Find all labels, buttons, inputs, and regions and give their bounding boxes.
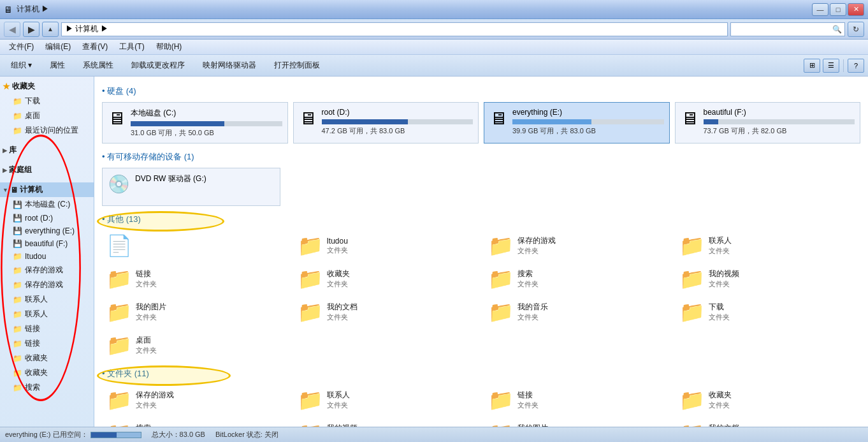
folder-text-v2: 我的视频 文件夹 [327,423,358,427]
folder-item-videos[interactable]: 📁 我的视频 文件夹 [675,263,861,294]
address-path[interactable]: ▶ 计算机 ▶ [61,22,728,36]
folder-icon-search-other-lg: 📁 [488,267,514,291]
removable-header[interactable]: • 有可移动存储的设备 (1) [102,151,860,163]
drive-bar-d [322,119,408,124]
hard-drives-header[interactable]: • 硬盘 (4) [102,85,860,97]
folder-item-savedgames2[interactable]: 📁 保存的游戏 文件夹 [102,385,288,415]
sidebar-item-saved-games2[interactable]: 📁 保存的游戏 [0,277,94,292]
refresh-button[interactable]: ↻ [848,22,864,37]
menu-tools[interactable]: 工具(T) [114,40,149,54]
folder-label-sg2: 保存的游戏 [136,390,174,401]
folder-item-favs2[interactable]: 📁 收藏夹 文件夹 [675,385,861,415]
status-progress-bar [90,432,141,438]
folder-item-contacts[interactable]: 📁 联系人 文件夹 [675,230,861,261]
help-button[interactable]: ? [848,59,864,73]
dvd-drive-item[interactable]: 💿 DVD RW 驱动器 (G:) [102,168,280,206]
folder-item-links2[interactable]: 📁 链接 文件夹 [484,385,670,415]
drive-bar-bg-e [512,119,664,124]
toolbar-control-panel[interactable]: 打开控制面板 [267,57,327,73]
folder-icon-docs-lg: 📁 [298,300,323,324]
sidebar-homegroup-header[interactable]: ▶ 家庭组 [0,163,94,177]
downloads-label: 下载 [25,96,40,107]
contacts2-label: 联系人 [25,309,48,320]
sidebar-item-d[interactable]: 💾 root (D:) [0,212,94,225]
menu-view[interactable]: 查看(V) [77,40,113,54]
folder-item-docs[interactable]: 📁 我的文档 文件夹 [293,297,479,327]
toolbar-properties[interactable]: 属性 [43,57,72,73]
menu-help[interactable]: 帮助(H) [151,40,187,54]
desktop-label: 桌面 [25,110,40,121]
sidebar-item-links2[interactable]: 📁 链接 [0,336,94,351]
close-button[interactable]: ✕ [848,3,864,16]
drive-name-c: 本地磁盘 (C:) [131,108,282,119]
sidebar-item-search[interactable]: 📁 搜索 [0,380,94,395]
sidebar-libraries-header[interactable]: ▶ 库 [0,143,94,158]
contacts1-label: 联系人 [25,294,48,305]
folder-item-search-other[interactable]: 📁 搜索 文件夹 [484,263,670,294]
folder-item-links[interactable]: 📁 链接 文件夹 [102,263,288,294]
folder-item-favorites-other[interactable]: 📁 收藏夹 文件夹 [293,263,479,294]
toolbar-organize[interactable]: 组织 ▾ [4,57,39,73]
minimize-button[interactable]: — [812,3,828,16]
folder-item-contacts2[interactable]: 📁 联系人 文件夹 [293,385,479,415]
toolbar-system-properties[interactable]: 系统属性 [76,57,120,73]
folder-item-docs2[interactable]: 📁 我的文档 文件夹 [675,418,861,427]
sidebar-item-itudou[interactable]: 📁 Itudou [0,250,94,263]
folder-text-c2: 联系人 文件夹 [327,390,350,410]
sidebar-item-f[interactable]: 💾 beautiful (F:) [0,237,94,250]
menu-bar: 文件(F) 编辑(E) 查看(V) 工具(T) 帮助(H) [0,40,868,55]
toolbar: 组织 ▾ 属性 系统属性 卸载或更改程序 映射网络驱动器 打开控制面板 ⊞ ☰ … [0,55,868,77]
folder-item-downloads-other[interactable]: 📁 下载 文件夹 [675,297,861,327]
folders-header[interactable]: • 文件夹 (11) [102,368,860,379]
drive-item-c[interactable]: 🖥 本地磁盘 (C:) 31.0 GB 可用，共 50.0 GB [102,102,288,144]
sidebar-item-e[interactable]: 💾 everything (E:) [0,225,94,237]
other-header[interactable]: • 其他 (13) [102,214,860,225]
drive-item-f[interactable]: 🖥 beautiful (F:) 73.7 GB 可用，共 82.0 GB [675,102,861,144]
sidebar-item-desktop[interactable]: 📁 桌面 [0,108,94,123]
drive-item-e[interactable]: 🖥 everything (E:) 39.9 GB 可用，共 83.0 GB [484,102,670,144]
folder-item-music[interactable]: 📁 我的音乐 文件夹 [484,297,670,327]
sidebar-item-contacts1[interactable]: 📁 联系人 [0,292,94,307]
sidebar-libraries-section: ▶ 库 [0,140,94,160]
sidebar-item-saved-games1[interactable]: 📁 保存的游戏 [0,263,94,277]
folder-label-pictures: 我的图片 [136,302,166,313]
folder-item-pictures2[interactable]: 📁 我的图片 文件夹 [484,418,670,427]
menu-file[interactable]: 文件(F) [4,40,39,54]
folder-text-desktop-other: 桌面 文件夹 [136,335,157,355]
up-button[interactable]: ▲ [42,22,59,37]
folder-item-desktop-other[interactable]: 📁 桌面 文件夹 [102,330,288,360]
sidebar-item-favorites1[interactable]: 📁 收藏夹 [0,351,94,365]
drive-item-d[interactable]: 🖥 root (D:) 47.2 GB 可用，共 83.0 GB [293,102,479,144]
sidebar-item-recent[interactable]: 📁 最近访问的位置 [0,123,94,138]
folder-item-search2[interactable]: 📁 搜索 文件夹 [102,418,288,427]
folder-item-blank[interactable]: 📄 [102,230,288,261]
back-button[interactable]: ◀ [4,22,20,37]
sidebar-item-favorites2[interactable]: 📁 收藏夹 [0,365,94,380]
removable-header-text: • 有可移动存储的设备 (1) [102,151,194,163]
view-toggle-btn[interactable]: ⊞ [804,59,820,73]
folder-icon-videos-lg: 📁 [679,267,705,291]
folder-text-savedgames: 保存的游戏 文件夹 [517,235,556,256]
folder-item-itudou[interactable]: 📁 Itudou 文件夹 [293,230,479,261]
folder-icon-contacts1: 📁 [13,295,22,304]
search-input[interactable] [734,25,830,34]
maximize-button[interactable]: □ [830,3,846,16]
folder-item-savedgames[interactable]: 📁 保存的游戏 文件夹 [484,230,670,261]
menu-edit[interactable]: 编辑(E) [40,40,76,54]
homegroup-label: 家庭组 [9,165,32,175]
view-list-btn[interactable]: ☰ [823,59,839,73]
sidebar-item-contacts2[interactable]: 📁 联系人 [0,307,94,321]
sidebar-favorites-header[interactable]: ★ 收藏夹 [0,79,94,94]
sidebar-item-downloads[interactable]: 📁 下载 [0,94,94,108]
sidebar-item-links1[interactable]: 📁 链接 [0,321,94,336]
search-icon[interactable]: 🔍 [832,25,842,34]
sidebar-computer-header[interactable]: ▼ 🖥 计算机 [0,182,94,197]
sidebar-item-c[interactable]: 💾 本地磁盘 (C:) [0,197,94,212]
toolbar-map-drive[interactable]: 映射网络驱动器 [196,57,263,73]
forward-button[interactable]: ▶ [23,22,40,37]
folder-item-videos2[interactable]: 📁 我的视频 文件夹 [293,418,479,427]
toolbar-uninstall[interactable]: 卸载或更改程序 [124,57,192,73]
folder-icon-desktop: 📁 [13,112,22,121]
folder-icon-fav-other-lg: 📁 [298,267,323,291]
folder-item-pictures[interactable]: 📁 我的图片 文件夹 [102,297,288,327]
